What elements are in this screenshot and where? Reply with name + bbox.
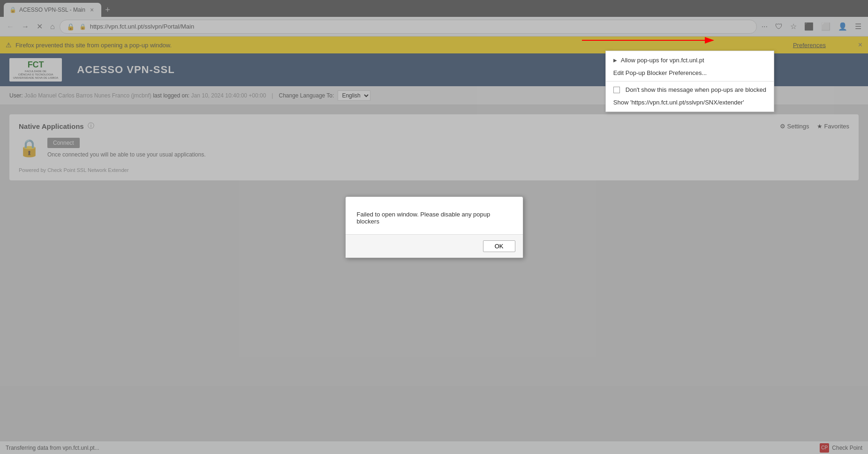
dialog-message: Failed to open window. Please disable an…: [357, 211, 491, 225]
edit-prefs-label: Edit Pop-up Blocker Preferences...: [613, 69, 707, 76]
popup-menu-show-url[interactable]: Show 'https://vpn.fct.unl.pt/sslvpn/SNX/…: [606, 96, 774, 109]
dialog-ok-button[interactable]: OK: [483, 240, 515, 252]
dialog-footer: OK: [346, 235, 523, 258]
error-dialog: Failed to open window. Please disable an…: [345, 196, 523, 258]
allow-popup-label: Allow pop-ups for vpn.fct.unl.pt: [621, 57, 704, 64]
dont-show-label: Don't show this message when pop-ups are…: [626, 86, 766, 93]
popup-menu-dont-show[interactable]: Don't show this message when pop-ups are…: [606, 83, 774, 96]
dialog-body: Failed to open window. Please disable an…: [346, 197, 523, 235]
popup-menu-edit-prefs[interactable]: Edit Pop-up Blocker Preferences...: [606, 67, 774, 79]
red-arrow-indicator: [582, 33, 723, 49]
show-url-label: Show 'https://vpn.fct.unl.pt/sslvpn/SNX/…: [613, 99, 744, 106]
dont-show-checkbox[interactable]: [613, 87, 620, 93]
popup-menu: Allow pop-ups for vpn.fct.unl.pt Edit Po…: [605, 51, 774, 112]
popup-menu-separator: [606, 81, 774, 82]
popup-menu-allow[interactable]: Allow pop-ups for vpn.fct.unl.pt: [606, 54, 774, 67]
